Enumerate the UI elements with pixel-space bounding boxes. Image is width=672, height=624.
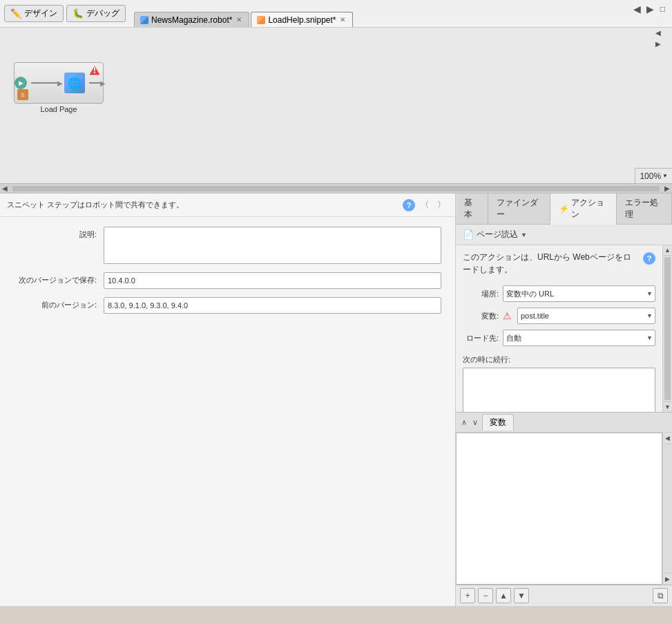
vars-scroll-right[interactable]: ▶: [663, 573, 672, 585]
location-select[interactable]: 変数中の URL: [503, 285, 655, 302]
collapse-left[interactable]: 〈: [418, 198, 432, 212]
kihon-label: 基本: [464, 197, 479, 220]
collapse-right[interactable]: 〉: [434, 198, 448, 212]
top-right-nav: ◀ ▶ □: [627, 1, 672, 17]
scroll-thumb[interactable]: [664, 257, 671, 400]
load-page-node[interactable]: ! ▶ ▶ 🌐 ▶: [14, 62, 104, 113]
description-input[interactable]: [104, 227, 441, 264]
scroll-down-btn[interactable]: ▼: [663, 401, 672, 412]
action-icon: 🌐: [64, 73, 85, 93]
canvas-nav-prev[interactable]: ◀: [654, 28, 662, 38]
variable-row: 変数: ⚠ post.title ▼: [463, 308, 655, 324]
canvas-nav-next[interactable]: ▶: [654, 39, 662, 49]
canvas-area: ! ▶ ▶ 🌐 ▶: [0, 28, 672, 193]
variable-select[interactable]: post.title: [517, 308, 655, 324]
design-icon: ✏️: [10, 8, 21, 19]
description-text: このアクションは、URLから Webページをロードします。: [463, 251, 639, 276]
node-right-arrow: ▶: [89, 82, 103, 84]
prev-version-label: 前のバージョン:: [14, 297, 97, 310]
vars-controls: ∧ ∨ 変数: [456, 413, 672, 433]
right-panel: 基本 ファインダー ⚡ アクション エラー処理: [456, 193, 672, 606]
location-select-wrapper: 変数中の URL ▼: [503, 285, 655, 302]
tab-loadhelp[interactable]: LoadHelp.snippet* ✕: [251, 12, 353, 27]
nav-right-arrow[interactable]: ▶: [644, 3, 656, 15]
tab-news[interactable]: NewsMagazine.robot* ✕: [134, 12, 249, 27]
tab-finder[interactable]: ファインダー: [488, 193, 551, 224]
snippet-help-icon[interactable]: ?: [403, 199, 415, 211]
load-to-row: ロード先: 自動 ▼: [463, 330, 655, 346]
nav-left-arrow[interactable]: ◀: [631, 3, 643, 15]
right-scrollbar[interactable]: ▲ ▼: [662, 245, 672, 412]
execute-section: 次の時に続行:: [456, 350, 662, 412]
variable-warning-icon: ⚠: [503, 310, 512, 321]
load-to-select-wrapper: 自動 ▼: [503, 330, 655, 346]
error-label: エラー処理: [625, 197, 663, 220]
form-section: 説明: 次のバージョンで保存: 前のバージョン:: [0, 217, 455, 323]
page-load-header: 📄 ページ読込 ▼: [456, 225, 672, 245]
scroll-up-btn[interactable]: ▲: [663, 245, 672, 256]
vars-side-scroll[interactable]: ◀ ▶: [662, 433, 672, 585]
tab-kihon[interactable]: 基本: [456, 193, 488, 224]
variable-select-wrapper: post.title ▼: [517, 308, 655, 324]
vars-add-btn[interactable]: +: [460, 588, 475, 603]
execute-textarea[interactable]: [463, 368, 655, 412]
nav-expand[interactable]: □: [657, 3, 668, 15]
save-version-input[interactable]: [104, 272, 441, 289]
tab-error[interactable]: エラー処理: [617, 193, 672, 224]
node-arrow: ▶: [31, 82, 60, 84]
prev-version-input[interactable]: [104, 297, 441, 314]
prev-version-row: 前のバージョン:: [14, 297, 441, 314]
location-label: 場所:: [463, 289, 499, 299]
load-to-label: ロード先:: [463, 333, 499, 343]
snippet-icon: [257, 16, 265, 24]
vars-bottom-toolbar: + − ▲ ▼ ⧉: [456, 585, 672, 606]
vars-scroll-left[interactable]: ◀: [663, 433, 672, 444]
node-left-icon: S: [17, 89, 28, 100]
save-version-label: 次のバージョンで保存:: [14, 272, 97, 285]
zoom-indicator[interactable]: 100% ▼: [635, 168, 672, 183]
props-tabs: 基本 ファインダー ⚡ アクション エラー処理: [456, 193, 672, 225]
canvas-hscroll[interactable]: ◀ ▶: [0, 183, 672, 193]
vars-tab[interactable]: 変数: [482, 414, 514, 431]
zoom-dropdown-arrow: ▼: [662, 173, 668, 179]
hscroll-left[interactable]: ◀: [0, 185, 10, 192]
right-scrollable: このアクションは、URLから Webページをロードします。 ? 場所: 変数中の…: [456, 245, 672, 412]
vars-expand-up[interactable]: ∧: [460, 417, 468, 428]
hscroll-right[interactable]: ▶: [662, 185, 672, 192]
tab-action[interactable]: ⚡ アクション: [550, 193, 617, 225]
finder-label: ファインダー: [497, 197, 542, 220]
tab-close-icon2[interactable]: ✕: [340, 16, 345, 23]
left-panel: スニペット ステップはロボット間で共有できます。 ? 〈 〉 説明: 次のバージ…: [0, 193, 456, 606]
zoom-level: 100%: [640, 171, 661, 181]
page-icon: 📄: [463, 229, 474, 240]
page-load-dropdown-arrow[interactable]: ▼: [521, 231, 527, 238]
action-description: このアクションは、URLから Webページをロードします。 ?: [456, 245, 662, 281]
vars-down-btn[interactable]: ▼: [514, 588, 529, 603]
vars-copy-btn[interactable]: ⧉: [653, 588, 668, 603]
snippet-notice: スニペット ステップはロボット間で共有できます。 ? 〈 〉: [0, 193, 455, 217]
debug-icon: 🐛: [73, 8, 84, 19]
vars-expand-down[interactable]: ∨: [471, 417, 479, 428]
snippet-text: スニペット ステップはロボット間で共有できます。: [7, 200, 184, 210]
vars-panel: ∧ ∨ 変数 ◀ ▶: [456, 412, 672, 606]
location-row: 場所: 変数中の URL ▼: [463, 285, 655, 302]
execute-label: 次の時に続行:: [463, 354, 655, 365]
property-rows: 場所: 変数中の URL ▼ 変数:: [456, 281, 662, 350]
description-label: 説明:: [14, 227, 97, 240]
vars-up-btn[interactable]: ▲: [496, 588, 511, 603]
action-help-icon[interactable]: ?: [643, 252, 655, 265]
action-label: アクション: [571, 197, 608, 220]
vars-table: [456, 433, 662, 585]
robot-icon: [140, 16, 148, 24]
load-to-select[interactable]: 自動: [503, 330, 655, 346]
debug-button[interactable]: 🐛 デバッグ: [66, 5, 126, 22]
right-scroll-content: このアクションは、URLから Webページをロードします。 ? 場所: 変数中の…: [456, 245, 662, 412]
node-label: Load Page: [40, 105, 77, 113]
design-button[interactable]: ✏️ デザイン: [4, 5, 64, 22]
vars-remove-btn[interactable]: −: [478, 588, 493, 603]
svg-text:!: !: [93, 66, 96, 75]
warning-icon: !: [89, 66, 100, 77]
description-row: 説明:: [14, 227, 441, 264]
tab-close-icon[interactable]: ✕: [236, 16, 242, 23]
page-load-label: ページ読込: [477, 229, 518, 240]
